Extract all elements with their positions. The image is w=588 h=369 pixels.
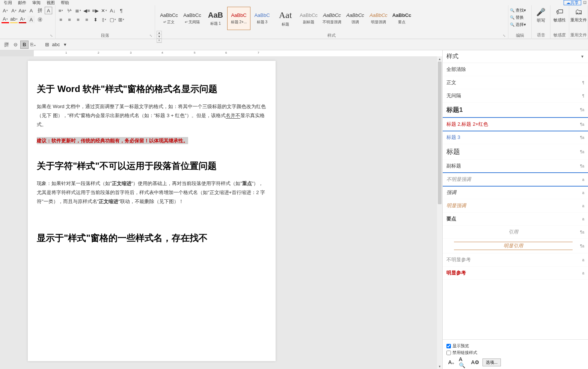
style-clear-all[interactable]: 全部清除 bbox=[443, 63, 588, 76]
borders-button[interactable]: ⊞ bbox=[118, 16, 125, 23]
style-list-item-2[interactable]: 标题1¶a bbox=[443, 102, 588, 117]
comments-button[interactable]: ⊡ bbox=[581, 0, 588, 5]
styles-gallery[interactable]: AaBbCc↵ 正文AaBbCc↵ 无间隔AaB标题 1AaBbC标题 2+..… bbox=[157, 6, 507, 31]
options-button[interactable]: 选项... bbox=[482, 358, 501, 366]
menu-review[interactable]: 审阅 bbox=[29, 0, 44, 5]
style-list-item-11[interactable]: 引用¶a bbox=[443, 226, 588, 239]
gallery-more[interactable]: ≡ bbox=[157, 39, 161, 42]
gallery-style-5[interactable]: Aat标题 bbox=[274, 7, 297, 30]
style-list-item-8[interactable]: 强调a bbox=[443, 186, 588, 199]
menu-view[interactable]: 视图 bbox=[44, 0, 58, 5]
gallery-style-3[interactable]: AaBbC标题 2+... bbox=[227, 7, 250, 30]
style-list-item-4[interactable]: 标题 3¶a bbox=[443, 131, 588, 144]
paragraph-highlight[interactable]: 建议：软件更新时，传统的经典功能有，务必保留！以体现其继承性。 bbox=[37, 136, 268, 145]
gallery-style-9[interactable]: AaBbCc明显强调 bbox=[367, 7, 390, 30]
reuse-files-button[interactable]: 🗂 重用文件 重用文件 bbox=[569, 5, 588, 39]
style-list-item-3[interactable]: 标题 2,标题 2+红色¶a bbox=[443, 117, 588, 131]
style-list-item-10[interactable]: 要点a bbox=[443, 212, 588, 226]
style-list: 全部清除 正文¶无间隔¶标题1¶a标题 2,标题 2+红色¶a标题 3¶a标题¶… bbox=[443, 63, 588, 339]
char-border-button[interactable]: A bbox=[45, 7, 52, 14]
style-inspector-button[interactable]: A🔍 bbox=[458, 358, 468, 367]
heading-1[interactable]: 关于 Word 软件"样式"窗格的格式名显示问题 bbox=[37, 80, 268, 98]
disable-linked-checkbox[interactable]: 禁用链接样式 bbox=[446, 350, 584, 355]
style-list-item-6[interactable]: 副标题¶a bbox=[443, 160, 588, 173]
multilevel-list-button[interactable]: ≣ bbox=[74, 7, 82, 14]
style-list-item-13[interactable]: 不明显参考a bbox=[443, 253, 588, 267]
style-list-item-14[interactable]: 明显参考a bbox=[443, 267, 588, 280]
manage-styles-button[interactable]: A⚙ bbox=[470, 358, 480, 367]
mic-icon: 🎤 bbox=[536, 8, 546, 17]
qat-enclose[interactable]: ⊝ bbox=[11, 41, 20, 49]
select-button[interactable]: 选择 ▾ bbox=[510, 21, 530, 28]
font-color-2-button[interactable]: A bbox=[19, 16, 26, 23]
find-button[interactable]: 查找 ▾ bbox=[510, 7, 530, 14]
menu-help[interactable]: 帮助 bbox=[58, 0, 72, 5]
gallery-style-10[interactable]: AaBbCc要点 bbox=[390, 7, 413, 30]
menu-mailings[interactable]: 邮件 bbox=[15, 0, 29, 5]
change-case-button[interactable]: Aa bbox=[19, 7, 26, 14]
asian-layout-button[interactable]: ✕ bbox=[100, 7, 108, 14]
paragraph-2[interactable]: 现象：如果针对某一段落样式（如"正文缩进"）使用的基础上，再对当前段落使用字符样… bbox=[37, 179, 268, 206]
char-shading-button[interactable]: A bbox=[27, 16, 35, 23]
font-family-dropdown[interactable]: A bbox=[2, 7, 9, 14]
gallery-style-2[interactable]: AaB标题 1 bbox=[204, 7, 227, 30]
sort-button[interactable]: A↓ bbox=[109, 7, 116, 14]
document-page[interactable]: 关于 Word 软件"样式"窗格的格式名显示问题 如果在 Word 文档中，通过… bbox=[28, 61, 276, 361]
gallery-style-0[interactable]: AaBbCc↵ 正文 bbox=[157, 7, 181, 30]
pane-dropdown[interactable]: ▼ bbox=[580, 54, 584, 59]
replace-button[interactable]: 替换 bbox=[510, 14, 530, 21]
align-left-button[interactable]: ≡ bbox=[57, 16, 65, 23]
font-color-button[interactable]: A bbox=[2, 16, 9, 23]
qat-more[interactable]: ▾ bbox=[61, 41, 69, 49]
style-list-item-9[interactable]: 明显强调a bbox=[443, 199, 588, 212]
style-list-item-1[interactable]: 无间隔¶ bbox=[443, 89, 588, 102]
vertical-scrollbar[interactable]: ▲ ▼ bbox=[437, 56, 442, 369]
style-list-item-0[interactable]: 正文¶ bbox=[443, 76, 588, 89]
gallery-style-1[interactable]: AaBbCc↵ 无间隔 bbox=[181, 7, 204, 30]
paragraph-1[interactable]: 如果在 Word 文档中，通过页面调整了某一标题文字的格式，如：将其中一个三级标… bbox=[37, 102, 268, 129]
gallery-style-4[interactable]: AaBbC标题 3 bbox=[250, 7, 274, 30]
highlight-color-button[interactable]: ab bbox=[10, 16, 18, 23]
qat-table[interactable]: ⊞ bbox=[43, 41, 51, 49]
show-marks-button[interactable]: ¶ bbox=[118, 7, 125, 14]
style-list-item-5[interactable]: 标题¶a bbox=[443, 144, 588, 160]
qat-bold[interactable]: B bbox=[20, 41, 29, 49]
para-dialog-launcher[interactable]: ⤡ bbox=[149, 34, 153, 38]
menu-references[interactable]: 引用 bbox=[1, 0, 15, 5]
style-list-item-12[interactable]: 明显引用¶a bbox=[443, 239, 588, 253]
styles-dialog-launcher[interactable]: ⤡ bbox=[503, 34, 507, 38]
font-dialog-launcher[interactable]: ⤡ bbox=[50, 34, 54, 38]
line-spacing-button[interactable]: ‡ bbox=[100, 16, 108, 23]
scroll-thumb[interactable] bbox=[438, 62, 442, 204]
enclose-char-button[interactable]: ㊝ bbox=[36, 16, 44, 23]
gallery-style-7[interactable]: AaBbCc不明显强调 bbox=[320, 7, 344, 30]
decrease-indent-button[interactable]: ◀≡ bbox=[83, 7, 90, 14]
gallery-style-8[interactable]: AaBbCc强调 bbox=[344, 7, 367, 30]
justify-button[interactable]: ≡ bbox=[83, 16, 90, 23]
scroll-down-arrow[interactable]: ▼ bbox=[437, 364, 442, 369]
distribute-button[interactable]: ⬍ bbox=[92, 16, 99, 23]
bullets-button[interactable]: ≡ bbox=[57, 7, 65, 14]
horizontal-ruler[interactable]: 1 2 3 4 5 6 7 bbox=[0, 50, 442, 56]
align-center-button[interactable]: ≡ bbox=[66, 16, 73, 23]
sensitivity-button[interactable]: 🏷 敏感性 敏感度 bbox=[550, 5, 569, 39]
qat-subscript[interactable]: abc bbox=[52, 41, 60, 49]
scroll-up-arrow[interactable]: ▲ bbox=[437, 56, 442, 62]
font-size-dropdown[interactable]: A bbox=[10, 7, 18, 14]
align-right-button[interactable]: ≡ bbox=[74, 16, 82, 23]
qat-pinyin[interactable]: 拼 bbox=[2, 41, 11, 49]
heading-2[interactable]: 关于字符"样式"不可以运用于段落首位置问题 bbox=[37, 157, 268, 175]
qat-copy[interactable]: ⎘▾ bbox=[29, 41, 38, 49]
heading-3[interactable]: 显示于"样式"窗格的一些样式名，存在找不 bbox=[37, 229, 268, 247]
dictate-button[interactable]: 🎤 听写 语音 bbox=[532, 5, 550, 39]
increase-indent-button[interactable]: ≡▶ bbox=[92, 7, 99, 14]
gallery-style-6[interactable]: AaBbCc副标题 bbox=[297, 7, 320, 30]
shading-button[interactable]: ▢ bbox=[109, 16, 116, 23]
new-style-button[interactable]: A₊ bbox=[446, 358, 456, 367]
style-list-item-7[interactable]: 不明显强调a bbox=[443, 172, 588, 187]
phonetic-guide-button[interactable]: 拼 bbox=[36, 7, 44, 14]
clear-formatting-button[interactable]: A bbox=[27, 7, 35, 14]
show-preview-checkbox[interactable]: 显示预览 bbox=[446, 343, 584, 349]
share-button[interactable]: ☁ 共享 bbox=[564, 0, 581, 5]
numbering-button[interactable]: ⅟ bbox=[66, 7, 73, 14]
